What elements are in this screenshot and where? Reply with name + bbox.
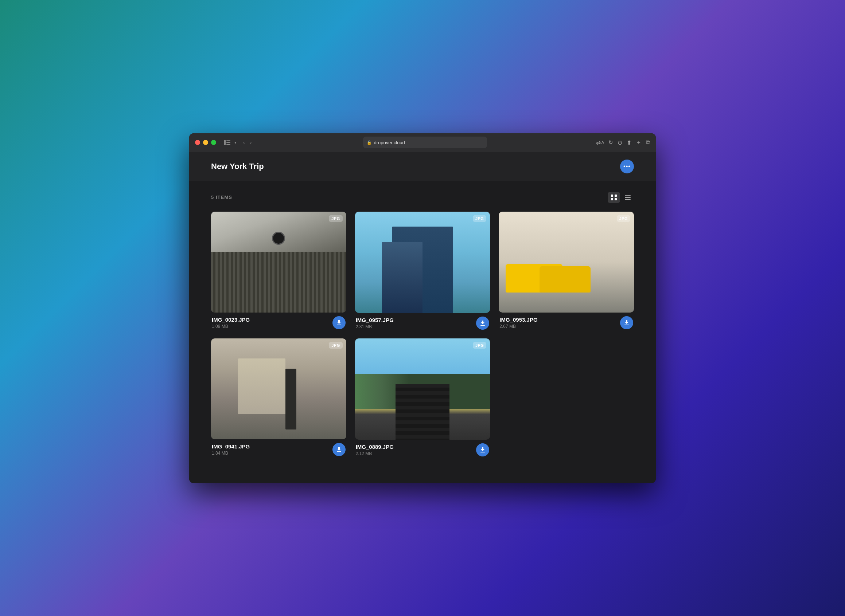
- svg-rect-0: [224, 140, 226, 145]
- items-grid-top: JPG IMG_0023.JPG 1.09 MB: [211, 212, 634, 330]
- new-tab-button[interactable]: ＋: [636, 139, 642, 147]
- item-size: 1.84 MB: [212, 450, 250, 456]
- item-details: IMG_0023.JPG 1.09 MB: [212, 317, 250, 329]
- item-details: IMG_0889.JPG 2.12 MB: [356, 444, 394, 456]
- format-badge: JPG: [473, 215, 486, 222]
- download-button[interactable]: [332, 443, 345, 456]
- item-name: IMG_0023.JPG: [212, 317, 250, 323]
- svg-rect-12: [481, 325, 485, 326]
- download-button[interactable]: [332, 316, 345, 329]
- svg-rect-1: [226, 140, 231, 141]
- more-options-icon: •••: [623, 163, 630, 170]
- item-thumbnail: JPG: [211, 212, 346, 313]
- svg-rect-15: [481, 452, 485, 452]
- item-info: IMG_0023.JPG 1.09 MB: [211, 316, 346, 329]
- content-area: New York Trip ••• 5 ITEMS: [189, 152, 656, 483]
- forward-button[interactable]: ›: [248, 138, 254, 147]
- item-info: IMG_0941.JPG 1.84 MB: [211, 443, 346, 456]
- item-name: IMG_0953.JPG: [500, 317, 537, 323]
- browser-left-controls: ▾: [222, 138, 237, 147]
- list-item[interactable]: JPG IMG_0889.JPG 2.12 MB: [355, 339, 490, 456]
- translate-icon: ⇄: [596, 139, 601, 146]
- item-details: IMG_0953.JPG 2.67 MB: [500, 317, 537, 329]
- items-header: 5 ITEMS: [211, 192, 634, 203]
- download-button[interactable]: [620, 316, 633, 329]
- svg-rect-8: [625, 195, 630, 196]
- list-item[interactable]: JPG IMG_0023.JPG 1.09 MB: [211, 212, 346, 330]
- svg-rect-4: [611, 195, 613, 197]
- more-options-button[interactable]: •••: [620, 160, 634, 173]
- nav-controls: ‹ ›: [241, 138, 254, 147]
- sidebar-toggle-chevron[interactable]: ▾: [234, 140, 237, 145]
- tab-overview-button[interactable]: ⧉: [646, 139, 650, 146]
- item-info: IMG_0957.JPG 2.31 MB: [355, 317, 490, 330]
- list-item[interactable]: JPG IMG_0957.JPG 2.31 MB: [355, 212, 490, 330]
- address-bar-container: 🔒 dropover.cloud: [258, 136, 591, 148]
- lock-icon: 🔒: [367, 140, 372, 145]
- item-thumbnail: JPG: [355, 212, 490, 313]
- item-size: 2.31 MB: [356, 324, 394, 329]
- list-item[interactable]: JPG IMG_0941.JPG 1.84 MB: [211, 339, 346, 456]
- svg-rect-10: [625, 199, 630, 200]
- svg-rect-14: [337, 451, 341, 452]
- maximize-button[interactable]: [211, 140, 216, 145]
- items-count: 5 ITEMS: [211, 195, 232, 200]
- format-badge: JPG: [473, 342, 486, 349]
- item-thumbnail: JPG: [355, 339, 490, 440]
- format-badge: JPG: [329, 215, 342, 222]
- items-grid-bottom: JPG IMG_0941.JPG 1.84 MB: [211, 339, 634, 456]
- item-size: 2.67 MB: [500, 324, 537, 329]
- download-manager-button[interactable]: ⊙: [617, 139, 622, 146]
- view-toggle: [608, 192, 634, 203]
- item-info: IMG_0889.JPG 2.12 MB: [355, 443, 490, 456]
- url-text: dropover.cloud: [374, 140, 405, 145]
- item-size: 2.12 MB: [356, 451, 394, 456]
- svg-rect-2: [226, 142, 231, 143]
- address-bar[interactable]: 🔒 dropover.cloud: [363, 136, 487, 148]
- minimize-button[interactable]: [203, 140, 208, 145]
- svg-rect-3: [226, 144, 231, 145]
- translate-button[interactable]: ⇄ A: [596, 139, 604, 146]
- page-header: New York Trip •••: [189, 152, 656, 181]
- sidebar-toggle-button[interactable]: [222, 138, 232, 147]
- traffic-lights: [195, 140, 216, 145]
- share-button[interactable]: ⬆: [627, 139, 631, 146]
- item-name: IMG_0957.JPG: [356, 317, 394, 323]
- svg-rect-5: [614, 195, 617, 197]
- svg-rect-9: [625, 197, 630, 198]
- item-name: IMG_0941.JPG: [212, 443, 250, 450]
- item-details: IMG_0957.JPG 2.31 MB: [356, 317, 394, 329]
- translate-label: A: [601, 140, 604, 145]
- format-badge: JPG: [617, 215, 630, 222]
- list-view-button[interactable]: [622, 192, 634, 203]
- browser-right-controls: ⇄ A ↻ ⊙ ⬆ ＋ ⧉: [596, 139, 650, 147]
- item-info: IMG_0953.JPG 2.67 MB: [499, 316, 634, 329]
- download-button[interactable]: [476, 317, 489, 330]
- back-button[interactable]: ‹: [241, 138, 247, 147]
- item-name: IMG_0889.JPG: [356, 444, 394, 450]
- page-title: New York Trip: [211, 162, 264, 171]
- browser-window: ▾ ‹ › 🔒 dropover.cloud ⇄ A ↻ ⊙ ⬆ ＋ ⧉: [189, 133, 656, 483]
- item-thumbnail: JPG: [499, 212, 634, 313]
- svg-rect-6: [611, 198, 613, 200]
- svg-rect-7: [614, 198, 617, 200]
- item-details: IMG_0941.JPG 1.84 MB: [212, 443, 250, 456]
- items-section: 5 ITEMS: [189, 181, 656, 483]
- grid-view-button[interactable]: [608, 192, 620, 203]
- refresh-button[interactable]: ↻: [608, 139, 613, 146]
- format-badge: JPG: [329, 342, 342, 349]
- item-size: 1.09 MB: [212, 324, 250, 329]
- download-button[interactable]: [476, 443, 489, 456]
- list-item[interactable]: JPG IMG_0953.JPG 2.67 MB: [499, 212, 634, 330]
- item-thumbnail: JPG: [211, 339, 346, 440]
- close-button[interactable]: [195, 140, 200, 145]
- svg-rect-13: [625, 324, 629, 325]
- svg-rect-11: [337, 324, 341, 325]
- browser-chrome: ▾ ‹ › 🔒 dropover.cloud ⇄ A ↻ ⊙ ⬆ ＋ ⧉: [189, 133, 656, 152]
